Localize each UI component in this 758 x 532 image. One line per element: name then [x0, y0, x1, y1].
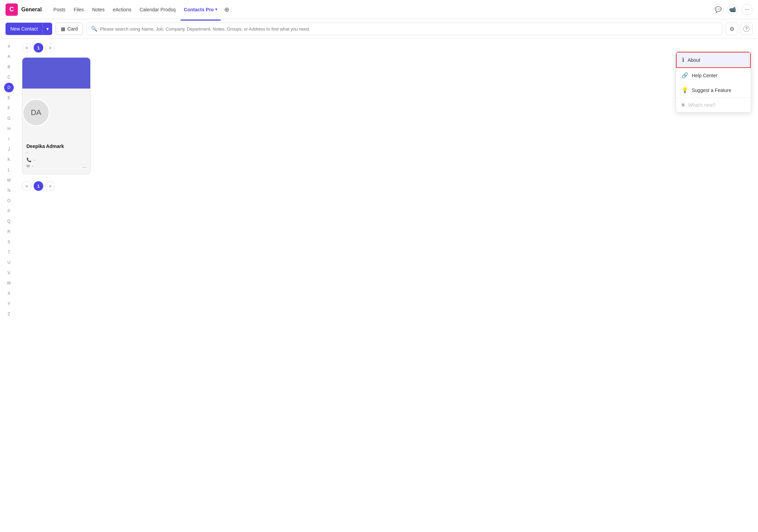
alpha-item-x[interactable]: X — [4, 289, 14, 298]
dropdown-item-about[interactable]: ℹ About — [676, 52, 751, 68]
nav-right-icons: 💬 📹 ··· — [713, 4, 753, 15]
contact-name: Deepika Admark — [26, 143, 86, 149]
dropdown-item-label: What's new? — [688, 102, 715, 108]
nav-item-posts[interactable]: Posts — [50, 5, 69, 14]
card-body: Deepika Admark - 📞 - ✉ - — [22, 126, 90, 174]
prev-page-button-bottom[interactable]: < — [22, 181, 32, 191]
new-contact-button[interactable]: New Contact ▾ — [5, 23, 52, 35]
alpha-item-l[interactable]: L — [4, 165, 14, 175]
alpha-item-d[interactable]: D — [4, 83, 14, 92]
card-more-button[interactable]: ··· — [82, 164, 87, 171]
alpha-item-f[interactable]: F — [4, 103, 14, 113]
contact-phone: 📞 - — [26, 158, 86, 162]
alpha-item-s[interactable]: S — [4, 237, 14, 247]
search-icon: 🔍 — [91, 26, 97, 32]
alpha-item-v[interactable]: V — [4, 268, 14, 278]
nav-items: Posts Files Notes eActions Calendar Prod… — [50, 5, 713, 14]
alpha-item-i[interactable]: I — [4, 134, 14, 144]
alpha-item-h[interactable]: H — [4, 124, 14, 134]
alpha-item-k[interactable]: K — [4, 155, 14, 164]
more-options-icon[interactable]: ··· — [742, 4, 753, 15]
new-contact-main-label[interactable]: New Contact — [5, 23, 43, 35]
help-dropdown-menu: ℹ About 🔗 Help Center 💡 Suggest a Featur… — [676, 51, 751, 113]
nav-item-calendar[interactable]: Calendar Prodsq — [136, 5, 179, 14]
alpha-item-a[interactable]: A — [4, 52, 14, 61]
top-nav: C General Posts Files Notes eActions Cal… — [0, 0, 758, 19]
dropdown-item-icon: 🔗 — [681, 72, 688, 79]
nav-item-eactions[interactable]: eActions — [110, 5, 135, 14]
current-page-bottom: 1 — [34, 181, 43, 191]
nav-item-notes[interactable]: Notes — [89, 5, 108, 14]
card-view-button[interactable]: ▦ Card — [56, 23, 83, 35]
dropdown-item-label: About — [688, 57, 700, 63]
alpha-item-z[interactable]: Z — [4, 309, 14, 319]
bottom-pagination: < 1 > — [22, 181, 754, 191]
alpha-item-y[interactable]: Y — [4, 299, 14, 309]
prev-page-button[interactable]: < — [22, 43, 32, 53]
dropdown-item-icon: ≡ — [681, 102, 685, 108]
content-area: < 1 > DA Deepika Admark - 📞 - ✉ - ··· — [18, 39, 758, 532]
card-header — [22, 58, 90, 89]
help-button[interactable]: ? — [740, 23, 753, 35]
alpha-item-g[interactable]: G — [4, 114, 14, 123]
alpha-item-u[interactable]: U — [4, 258, 14, 267]
toolbar-right: ⚙ ? — [726, 23, 753, 35]
toolbar: New Contact ▾ ▦ Card 🔍 ⚙ ? — [0, 19, 758, 39]
alpha-item-q[interactable]: Q — [4, 217, 14, 226]
help-icon: ? — [743, 26, 749, 32]
alpha-item-r[interactable]: R — [4, 227, 14, 236]
next-page-button-bottom[interactable]: > — [45, 181, 55, 191]
new-contact-dropdown-arrow[interactable]: ▾ — [43, 23, 52, 35]
chevron-down-icon: ▾ — [215, 7, 217, 12]
alpha-item-e[interactable]: E — [4, 93, 14, 103]
alpha-item-p[interactable]: P — [4, 206, 14, 216]
nav-item-contacts[interactable]: Contacts Pro ▾ — [181, 5, 221, 14]
settings-button[interactable]: ⚙ — [726, 23, 738, 35]
dropdown-item-label: Help Center — [692, 73, 717, 78]
dropdown-item-suggest-a-feature[interactable]: 💡 Suggest a Feature — [676, 83, 751, 97]
search-bar[interactable]: 🔍 — [87, 23, 722, 35]
alpha-item-o[interactable]: O — [4, 196, 14, 206]
next-page-button[interactable]: > — [45, 43, 55, 53]
alpha-item-w[interactable]: W — [4, 278, 14, 288]
alpha-item-j[interactable]: J — [4, 144, 14, 154]
app-icon: C — [5, 3, 18, 16]
video-icon[interactable]: 📹 — [727, 4, 738, 15]
dropdown-item-what's-new?: ≡ What's new? — [676, 98, 751, 112]
chat-icon[interactable]: 💬 — [713, 4, 724, 15]
settings-icon: ⚙ — [730, 26, 734, 32]
phone-icon: 📞 — [26, 158, 32, 162]
contact-card[interactable]: DA Deepika Admark - 📞 - ✉ - ··· — [22, 57, 91, 174]
dropdown-item-icon: ℹ — [682, 57, 684, 63]
alpha-item-m[interactable]: M — [4, 175, 14, 185]
dropdown-item-icon: 💡 — [681, 87, 688, 93]
team-name: General — [21, 7, 42, 13]
nav-item-files[interactable]: Files — [70, 5, 88, 14]
dropdown-item-help-center[interactable]: 🔗 Help Center — [676, 68, 751, 83]
contact-title: - — [26, 150, 86, 155]
alpha-item-t[interactable]: T — [4, 247, 14, 257]
dropdown-item-label: Suggest a Feature — [692, 88, 731, 93]
alpha-item-n[interactable]: N — [4, 186, 14, 195]
alpha-item-b[interactable]: B — [4, 62, 14, 72]
top-pagination: < 1 > — [22, 43, 754, 53]
email-icon: ✉ — [26, 164, 30, 169]
alphabet-sidebar: #ABCDEFGHIJKLMNOPQRSTUVWXYZ — [0, 39, 18, 532]
contacts-grid: DA Deepika Admark - 📞 - ✉ - ··· — [22, 57, 754, 174]
nav-add-tab-button[interactable]: ⊕ — [222, 5, 232, 14]
search-input[interactable] — [100, 26, 718, 32]
contact-email: ✉ - — [26, 164, 86, 169]
alpha-item-c[interactable]: C — [4, 72, 14, 82]
current-page: 1 — [34, 43, 43, 53]
alpha-item-#[interactable]: # — [4, 42, 14, 51]
main-area: #ABCDEFGHIJKLMNOPQRSTUVWXYZ < 1 > DA Dee… — [0, 39, 758, 532]
contact-avatar: DA — [22, 99, 50, 126]
card-icon: ▦ — [61, 26, 65, 32]
